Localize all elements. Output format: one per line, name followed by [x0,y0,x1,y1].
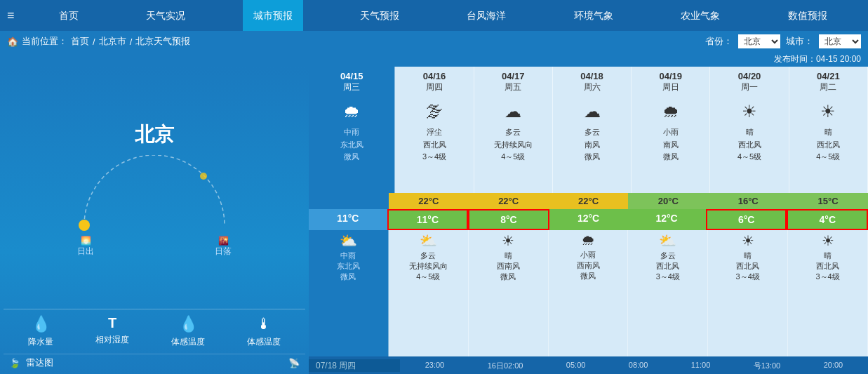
bottom-icons: 💧 降水量 T 相对湿度 💧 体感温度 🌡 体感温度 [4,309,305,354]
day-header: 04/15周三 [309,67,394,98]
radar-label[interactable]: 雷达图 [26,356,53,369]
night-icon: 🌧 [581,232,595,248]
night-weather-desc: 中雨 [340,251,356,261]
rainfall-icon: 💧 [32,315,51,333]
wind-dir: 南风 [632,139,709,151]
timeline-item-2: 05:00 [566,361,586,371]
menu-icon[interactable]: ≡ [7,8,15,23]
svg-point-1 [200,173,207,180]
night-icon: ⛅ [340,232,357,249]
rainfall-icon-item[interactable]: 💧 降水量 [28,315,53,348]
nav-agriculture[interactable]: 农业气象 [670,0,730,31]
nav-home[interactable]: 首页 [48,0,89,31]
night-wind-level: 3～4级 [736,272,760,282]
weather-icon: ☀ [710,98,788,126]
sunrise-sunset: 🌅 日出 🌇 日落 [77,236,232,258]
nav-weather-forecast[interactable]: 天气预报 [349,0,410,31]
wind-level: 4～5级 [710,151,788,163]
day-col-04-17: 04/17周五 ☁ 多云 无持续风向 4～5级 [474,67,553,193]
low-temp-3: 12°C [549,209,628,230]
night-wind-dir: 无持续风向 [409,261,448,272]
timeline-items: 23:0016日02:0005:0008:0011:00号13:0020:00 [400,361,868,371]
night-icon: ☀ [822,232,834,249]
timeline-item-3: 08:00 [629,361,648,371]
left-panel: 北京 🌅 日出 🌇 日落 💧 [0,67,309,374]
nav-weather-live[interactable]: 天气实况 [135,0,196,31]
night-icon: ☀ [742,232,754,249]
day-col-04-19: 04/19周日 🌧 小雨 南风 微风 [632,67,710,193]
night-col-2: ☀ 晴 西南风 微风 [469,230,549,356]
wind-dir: 东北风 [309,139,394,151]
wind-dir: 西北风 [395,139,473,151]
low-temp-2: 8°C [468,209,549,230]
wind-level: 微风 [309,151,394,163]
night-section: ⛅ 中雨 东北风 微风 ⛅ 多云 无持续风向 4～5级 ☀ 晴 西南风 微风 🌧… [309,230,868,356]
feel-temp-label: 体感温度 [171,336,205,348]
low-temp-4: 12°C [627,209,706,230]
temp-icon-item[interactable]: 🌡 体感温度 [247,315,281,348]
night-col-4: ⛅ 多云 西北风 3～4级 [628,230,708,356]
publish-bar: 发布时间：04-15 20:00 [0,52,868,67]
day-header: 04/20周一 [710,67,788,98]
night-icon: ⛅ [420,232,437,249]
timeline-item-5: 号13:00 [754,361,781,371]
night-wind-dir: 西南风 [497,261,520,272]
humidity-icon-item[interactable]: T 相对湿度 [95,315,129,348]
weather-desc: 浮尘 [395,126,473,139]
night-wind-level: 3～4级 [815,272,839,282]
night-icon: ☀ [502,232,514,249]
svg-point-0 [79,220,90,231]
breadcrumb-city[interactable]: 北京市 [99,35,126,48]
wind-dir: 南风 [553,139,631,151]
breadcrumb-home[interactable]: 首页 [71,35,89,48]
night-icon: ⛅ [659,232,676,249]
night-wind-level: 微风 [340,272,356,282]
weather-desc: 小雨 [632,126,709,139]
night-wind-dir: 东北风 [337,261,360,272]
timeline-item-0: 23:00 [425,361,445,371]
city-select[interactable]: 北京 [819,34,861,48]
day-col-04-16: 04/16周四 🌫 浮尘 西北风 3～4级 [395,67,474,193]
nav-environment[interactable]: 环境气象 [563,0,624,31]
night-wind-level: 3～4级 [656,272,680,282]
breadcrumb-left: 🏠 当前位置： 首页 / 北京市 / 北京天气预报 [7,35,190,48]
day-col-04-20: 04/20周一 ☀ 晴 西北风 4～5级 [710,67,789,193]
wind-level: 4～5级 [474,151,552,163]
wind-level: 3～4级 [395,151,473,163]
night-weather-desc: 晴 [824,251,832,261]
day-header: 04/19周日 [632,67,709,98]
night-col-0: ⛅ 中雨 东北风 微风 [309,230,389,356]
night-col-5: ☀ 晴 西北风 3～4级 [708,230,788,356]
temp-icon: 🌡 [256,315,272,333]
nav-numerical[interactable]: 数值预报 [777,0,838,31]
weather-desc: 晴 [789,126,867,139]
weather-icon: ☀ [789,98,867,126]
high-temp-1: 22°C [389,193,469,209]
night-wind-level: 微风 [580,271,596,281]
night-col-3: 🌧 小雨 西南风 微风 [549,230,629,356]
night-wind-dir: 西北风 [736,261,759,272]
weather-icon: ☁ [474,98,552,126]
night-col-1: ⛅ 多云 无持续风向 4～5级 [389,230,469,356]
feel-temp-icon-item[interactable]: 💧 体感温度 [171,315,205,348]
night-wind-level: 4～5级 [416,272,440,282]
wind-dir: 西北风 [710,139,788,151]
wind-level: 微风 [632,151,709,163]
timeline-item-4: 11:00 [691,361,711,371]
breadcrumb-bar: 🏠 当前位置： 首页 / 北京市 / 北京天气预报 省份： 北京 城市： 北京 [0,31,868,52]
high-temp-3: 22°C [549,193,629,209]
nav-items: 首页 天气实况 城市预报 天气预报 台风海洋 环境气象 农业气象 数值预报 [25,0,861,31]
humidity-label: 相对湿度 [95,334,129,346]
nav-typhoon[interactable]: 台风海洋 [456,0,516,31]
high-temp-5: 16°C [708,193,788,209]
breadcrumb-text: 当前位置： [22,35,67,48]
radar-icon: 📡 [288,358,300,368]
city-label: 城市： [786,35,813,48]
province-select[interactable]: 北京 [738,34,780,48]
low-temp-1: 11°C [387,209,469,230]
night-col-6: ☀ 晴 西北风 3～4级 [788,230,868,356]
right-panel: 04/15周三 🌧 中雨 东北风 微风 04/16周四 🌫 浮尘 西北风 3～4… [309,67,868,374]
day-header: 04/16周四 [395,67,473,98]
timeline-item-6: 20:00 [824,361,843,371]
nav-city-forecast[interactable]: 城市预报 [243,0,303,31]
